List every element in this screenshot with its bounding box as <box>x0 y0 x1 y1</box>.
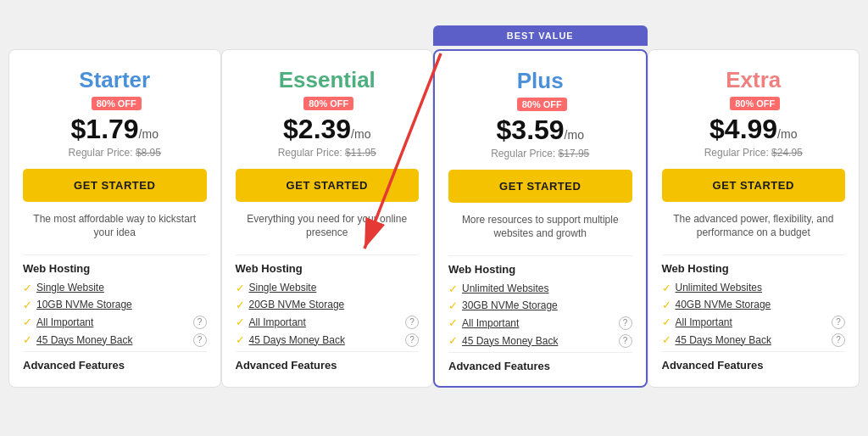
price-row-starter: $1.79/mo <box>23 114 207 145</box>
plan-card-plus: BEST VALUE Plus 80% OFF $3.59/mo Regular… <box>433 49 648 388</box>
plan-card-extra: Extra 80% OFF $4.99/mo Regular Price: $2… <box>648 49 860 388</box>
feature-text-essential-1: 20GB NVMe Storage <box>249 299 345 310</box>
info-icon-plus-2[interactable]: ? <box>619 316 632 330</box>
feature-text-starter-1: 10GB NVMe Storage <box>36 299 132 310</box>
info-icon-starter-3[interactable]: ? <box>193 333 207 347</box>
plan-name-starter: Starter <box>23 67 207 93</box>
plan-description-essential: Everything you need for your online pres… <box>236 212 420 246</box>
plan-name-extra: Extra <box>662 67 846 93</box>
feature-item-plus-2: ✓ All Important ? <box>448 316 632 330</box>
check-icon-plus-0: ✓ <box>448 282 458 295</box>
feature-text-starter-2: All Important <box>36 316 93 328</box>
check-icon-plus-1: ✓ <box>448 299 458 312</box>
feature-item-essential-0: ✓ Single Website <box>236 282 420 294</box>
feature-item-essential-3: ✓ 45 Days Money Back ? <box>236 333 420 347</box>
check-icon-essential-3: ✓ <box>236 333 245 346</box>
feature-item-essential-2: ✓ All Important ? <box>236 316 420 329</box>
advanced-title-extra: Advanced Features <box>662 351 846 372</box>
feature-text-starter-3: 45 Days Money Back <box>36 334 132 346</box>
web-hosting-title-essential: Web Hosting <box>236 254 420 275</box>
check-icon-plus-3: ✓ <box>448 334 458 347</box>
price-period-extra: /mo <box>777 127 797 141</box>
info-icon-extra-2[interactable]: ? <box>832 316 845 329</box>
feature-item-plus-3: ✓ 45 Days Money Back ? <box>448 334 632 348</box>
feature-item-starter-2: ✓ All Important ? <box>23 316 207 329</box>
discount-badge-plus: 80% OFF <box>517 98 567 111</box>
plan-name-essential: Essential <box>236 67 420 93</box>
feature-text-extra-1: 40GB NVMe Storage <box>676 299 771 310</box>
price-row-essential: $2.39/mo <box>236 114 420 145</box>
price-row-extra: $4.99/mo <box>662 114 846 145</box>
discount-badge-essential: 80% OFF <box>303 97 353 110</box>
feature-text-plus-0: Unlimited Websites <box>462 282 548 294</box>
price-amount-starter: $1.79 <box>71 114 139 144</box>
feature-item-plus-1: ✓ 30GB NVMe Storage <box>448 299 632 312</box>
discount-badge-extra: 80% OFF <box>730 97 780 110</box>
feature-item-extra-1: ✓ 40GB NVMe Storage <box>662 299 846 311</box>
plan-name-plus: Plus <box>448 68 632 94</box>
feature-item-extra-2: ✓ All Important ? <box>662 316 846 329</box>
info-icon-essential-3[interactable]: ? <box>405 333 419 347</box>
advanced-title-starter: Advanced Features <box>23 351 207 372</box>
regular-price-extra: Regular Price: $24.95 <box>662 147 846 159</box>
feature-item-starter-1: ✓ 10GB NVMe Storage <box>23 299 207 311</box>
info-icon-extra-3[interactable]: ? <box>832 333 845 347</box>
price-row-plus: $3.59/mo <box>448 115 632 146</box>
price-period-essential: /mo <box>351 127 370 141</box>
feature-item-extra-0: ✓ Unlimited Websites <box>662 282 846 294</box>
discount-row-essential: 80% OFF <box>236 97 420 110</box>
check-icon-starter-1: ✓ <box>23 299 32 311</box>
advanced-title-plus: Advanced Features <box>448 352 632 372</box>
web-hosting-title-starter: Web Hosting <box>23 254 207 275</box>
feature-text-extra-3: 45 Days Money Back <box>676 334 771 346</box>
price-amount-extra: $4.99 <box>709 114 777 144</box>
regular-price-essential: Regular Price: $11.95 <box>236 147 420 159</box>
check-icon-essential-1: ✓ <box>236 299 245 311</box>
best-value-badge: BEST VALUE <box>433 25 648 46</box>
check-icon-extra-2: ✓ <box>662 316 671 328</box>
feature-text-essential-0: Single Website <box>249 282 317 293</box>
discount-row-plus: 80% OFF <box>448 98 632 111</box>
pricing-wrapper: Starter 80% OFF $1.79/mo Regular Price: … <box>8 49 860 388</box>
discount-row-extra: 80% OFF <box>662 97 846 110</box>
price-period-plus: /mo <box>565 128 584 142</box>
check-icon-plus-2: ✓ <box>448 316 458 329</box>
feature-text-plus-3: 45 Days Money Back <box>462 335 558 347</box>
price-amount-plus: $3.59 <box>497 115 565 145</box>
check-icon-extra-0: ✓ <box>662 282 671 294</box>
feature-text-plus-2: All Important <box>462 317 519 329</box>
feature-item-essential-1: ✓ 20GB NVMe Storage <box>236 299 420 311</box>
check-icon-extra-3: ✓ <box>662 333 671 346</box>
plan-description-extra: The advanced power, flexibility, and per… <box>662 212 846 246</box>
feature-text-extra-0: Unlimited Websites <box>676 282 762 293</box>
info-icon-starter-2[interactable]: ? <box>193 316 207 329</box>
feature-item-starter-0: ✓ Single Website <box>23 282 207 294</box>
check-icon-essential-0: ✓ <box>236 282 245 294</box>
plan-description-plus: More resources to support multiple websi… <box>448 213 632 247</box>
feature-item-extra-3: ✓ 45 Days Money Back ? <box>662 333 846 347</box>
feature-text-plus-1: 30GB NVMe Storage <box>462 299 558 311</box>
feature-text-essential-2: All Important <box>249 316 306 328</box>
feature-text-starter-0: Single Website <box>36 282 104 293</box>
plan-card-essential: Essential 80% OFF $2.39/mo Regular Price… <box>221 49 434 388</box>
regular-price-plus: Regular Price: $17.95 <box>448 148 632 159</box>
check-icon-extra-1: ✓ <box>662 299 671 311</box>
check-icon-starter-2: ✓ <box>23 316 32 328</box>
get-started-btn-plus[interactable]: GET STARTED <box>448 170 632 203</box>
get-started-btn-extra[interactable]: GET STARTED <box>662 169 846 202</box>
info-icon-plus-3[interactable]: ? <box>619 334 632 348</box>
advanced-title-essential: Advanced Features <box>236 351 420 372</box>
web-hosting-title-extra: Web Hosting <box>662 254 846 275</box>
check-icon-starter-0: ✓ <box>23 282 32 294</box>
price-amount-essential: $2.39 <box>283 114 351 144</box>
check-icon-essential-2: ✓ <box>236 316 245 328</box>
discount-badge-starter: 80% OFF <box>92 97 142 110</box>
feature-item-starter-3: ✓ 45 Days Money Back ? <box>23 333 207 347</box>
get-started-btn-essential[interactable]: GET STARTED <box>236 169 420 202</box>
feature-item-plus-0: ✓ Unlimited Websites <box>448 282 632 295</box>
web-hosting-title-plus: Web Hosting <box>448 255 632 276</box>
get-started-btn-starter[interactable]: GET STARTED <box>23 169 207 202</box>
info-icon-essential-2[interactable]: ? <box>405 316 419 329</box>
regular-price-starter: Regular Price: $8.95 <box>23 147 207 159</box>
plan-description-starter: The most affordable way to kickstart you… <box>23 212 207 246</box>
